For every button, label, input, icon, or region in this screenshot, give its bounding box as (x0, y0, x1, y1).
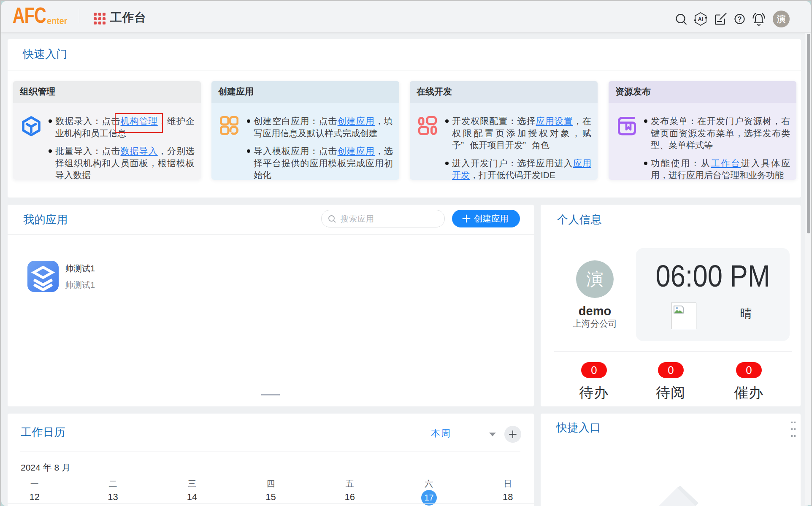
svg-text:?: ? (738, 16, 742, 23)
svg-text:AI: AI (698, 16, 704, 22)
